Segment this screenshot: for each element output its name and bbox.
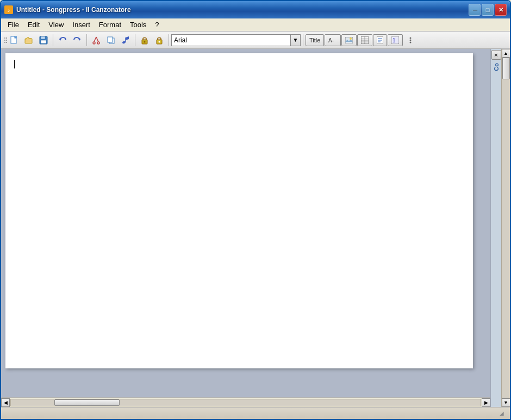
menu-edit[interactable]: Edit: [23, 20, 44, 30]
svg-rect-13: [108, 37, 113, 42]
undo-button[interactable]: [55, 34, 70, 47]
svg-point-23: [350, 37, 352, 40]
toolbar-grip: [3, 34, 7, 46]
svg-point-17: [144, 41, 146, 42]
app-icon: ♪: [4, 5, 13, 14]
copy-button[interactable]: [104, 34, 118, 47]
svg-rect-5: [41, 40, 46, 43]
style-grid-button[interactable]: [357, 34, 372, 46]
menu-format[interactable]: Format: [95, 20, 126, 30]
menu-tools[interactable]: Tools: [126, 20, 151, 30]
font-select-input[interactable]: [171, 34, 291, 46]
style-page-button[interactable]: [373, 34, 387, 46]
music-button[interactable]: [119, 34, 133, 47]
svg-point-36: [410, 39, 412, 41]
titlebar-left: ♪ Untitled - Songpress - Il Canzonatore: [4, 5, 131, 14]
vscroll-down-button[interactable]: ▼: [502, 398, 510, 407]
cut-button[interactable]: [89, 34, 103, 47]
right-panel: × Co: [490, 49, 501, 407]
editor-page[interactable]: [5, 53, 473, 368]
menu-help[interactable]: ?: [151, 20, 163, 30]
menubar: File Edit View Insert Format Tools ?: [1, 18, 510, 32]
svg-point-35: [410, 37, 412, 39]
statusbar: ◢: [1, 407, 510, 419]
unlock-button[interactable]: [152, 34, 166, 47]
hscroll-left-button[interactable]: ◀: [1, 398, 10, 407]
content-area: ◀ ▶ × Co ▲ ▼: [1, 49, 510, 407]
svg-line-10: [94, 37, 96, 42]
svg-point-19: [159, 41, 160, 42]
svg-rect-21: [345, 37, 353, 43]
lock-button[interactable]: [138, 34, 152, 47]
vscroll-track[interactable]: [502, 58, 510, 398]
minimize-button[interactable]: ─: [469, 4, 481, 16]
titlebar: ♪ Untitled - Songpress - Il Canzonatore …: [1, 1, 510, 18]
right-panel-close-button[interactable]: ×: [491, 50, 501, 60]
separator-4: [169, 34, 169, 46]
separator-2: [86, 34, 87, 46]
svg-point-37: [410, 41, 412, 43]
resize-grip[interactable]: ◢: [498, 410, 506, 417]
close-button[interactable]: ✕: [495, 4, 507, 16]
new-button[interactable]: [7, 34, 21, 47]
window-title: Untitled - Songpress - Il Canzonatore: [16, 6, 131, 14]
titlebar-buttons: ─ □ ✕: [469, 4, 507, 16]
hscroll-right-button[interactable]: ▶: [482, 398, 490, 407]
menu-view[interactable]: View: [44, 20, 68, 30]
main-window: ♪ Untitled - Songpress - Il Canzonatore …: [0, 0, 511, 420]
menu-file[interactable]: File: [3, 20, 23, 30]
style-scale-button[interactable]: A-: [325, 34, 341, 46]
separator-3: [135, 34, 135, 46]
open-button[interactable]: [22, 34, 36, 47]
toolbar-more-button[interactable]: [403, 34, 417, 47]
svg-rect-4: [41, 36, 45, 39]
vertical-scrollbar: ▲ ▼: [501, 49, 510, 407]
editor-wrapper: ◀ ▶: [1, 49, 490, 407]
style-title-button[interactable]: Title: [306, 34, 324, 46]
maximize-button[interactable]: □: [482, 4, 494, 16]
hscroll-thumb[interactable]: [54, 399, 120, 406]
svg-point-8: [93, 42, 95, 44]
font-dropdown-button[interactable]: ▼: [291, 34, 301, 46]
svg-line-11: [96, 37, 98, 42]
font-selector-container: ▼: [171, 34, 301, 47]
save-button[interactable]: [36, 34, 51, 47]
style-image-button[interactable]: [341, 34, 357, 46]
style-extra-button[interactable]: 1: [388, 34, 403, 46]
right-panel-tab[interactable]: Co: [492, 61, 501, 73]
text-cursor: [14, 60, 15, 68]
redo-button[interactable]: [70, 34, 84, 47]
vscroll-up-button[interactable]: ▲: [502, 49, 510, 58]
svg-point-9: [97, 42, 99, 44]
separator-1: [53, 34, 53, 46]
editor-container: [1, 49, 490, 397]
hscroll-track[interactable]: [10, 399, 481, 406]
separator-5: [303, 34, 303, 46]
horizontal-scrollbar: ◀ ▶: [1, 397, 490, 407]
svg-text:1: 1: [392, 37, 396, 43]
menu-insert[interactable]: Insert: [68, 20, 95, 30]
toolbar: ▼ Title A-: [1, 32, 510, 49]
vscroll-thumb[interactable]: [502, 58, 510, 79]
svg-text:A-: A-: [328, 37, 334, 43]
